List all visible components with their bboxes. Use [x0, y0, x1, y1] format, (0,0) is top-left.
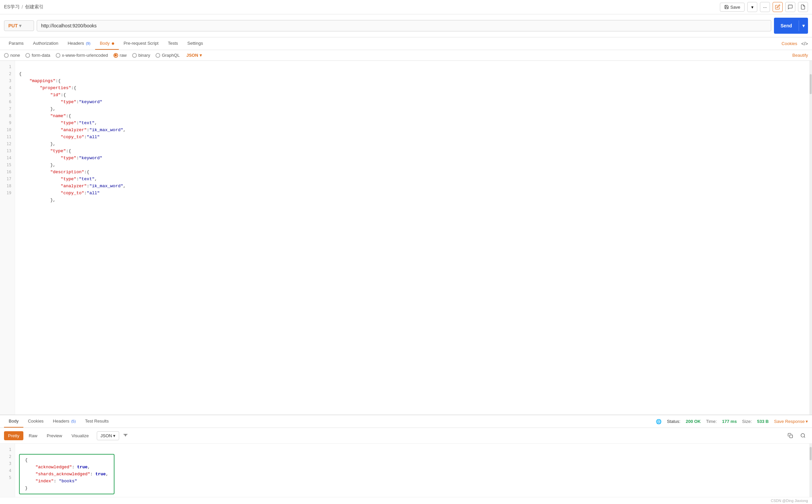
radio-binary [132, 53, 137, 58]
tab-prerequest[interactable]: Pre-request Script [119, 37, 163, 50]
breadcrumb-sep: / [22, 4, 23, 10]
response-scrollbar-thumb[interactable] [810, 447, 812, 460]
credit-text: CSDN @Ding Jiaxiong [771, 499, 808, 503]
json-chevron-icon: ▾ [200, 53, 202, 58]
time-label: Time: [706, 419, 717, 424]
comment-button[interactable] [785, 2, 795, 12]
response-actions [785, 431, 808, 441]
resp-tab-pretty[interactable]: Pretty [4, 431, 23, 440]
tab-authorization[interactable]: Authorization [28, 37, 63, 50]
globe-icon: 🌐 [656, 419, 661, 424]
search-button[interactable] [798, 431, 808, 441]
response-tab-cookies[interactable]: Cookies [23, 415, 48, 428]
copy-button[interactable] [785, 431, 795, 441]
filter-icon-button[interactable] [120, 431, 130, 441]
response-status-bar: 🌐 Status: 200 OK Time: 177 ms Size: 533 … [656, 419, 808, 424]
tab-body[interactable]: Body [95, 37, 119, 50]
document-button[interactable] [798, 2, 808, 12]
tabs-right: Cookies </> [782, 41, 808, 46]
tab-params[interactable]: Params [4, 37, 28, 50]
comment-icon [788, 4, 793, 10]
code-icon[interactable]: </> [801, 41, 808, 46]
request-editor: 1 2 3 4 5 6 7 8 9 10 11 12 13 14 15 16 1… [0, 61, 812, 415]
option-urlencoded[interactable]: x-www-form-urlencoded [56, 53, 108, 58]
response-json-chevron: ▾ [113, 433, 115, 438]
breadcrumb-root: ES学习 [4, 4, 20, 10]
save-response-label: Save Response [774, 419, 805, 424]
more-button[interactable]: ··· [760, 2, 770, 12]
request-code-editor[interactable]: { "mappings":{ "properties":{ "id":{ "ty… [15, 61, 809, 415]
resp-tab-visualize[interactable]: Visualize [67, 431, 93, 440]
beautify-button[interactable]: Beautify [792, 53, 808, 58]
send-button[interactable]: Send ▾ [774, 18, 808, 34]
save-response-chevron: ▾ [806, 419, 808, 424]
save-response-button[interactable]: Save Response ▾ [774, 419, 808, 424]
time-value: 177 ms [722, 419, 737, 424]
response-tab-headers[interactable]: Headers (5) [48, 415, 80, 428]
chevron-down-button[interactable]: ▾ [747, 2, 757, 12]
radio-form-data [25, 53, 30, 58]
method-selector[interactable]: PUT ▾ [4, 20, 34, 31]
edit-button[interactable] [773, 2, 783, 12]
radio-raw [113, 53, 118, 58]
response-body-options: Pretty Raw Preview Visualize JSON ▾ [0, 428, 812, 444]
response-json-label: JSON [100, 433, 112, 438]
send-arrow-icon[interactable]: ▾ [799, 20, 808, 31]
response-tabs: Body Cookies Headers (5) Test Results 🌐 … [0, 415, 812, 428]
resp-tab-raw[interactable]: Raw [25, 431, 41, 440]
option-binary[interactable]: binary [132, 53, 150, 58]
body-dot [112, 42, 114, 45]
chevron-icon: ▾ [751, 5, 754, 10]
top-bar: ES学习 / 创建索引 Save ▾ ··· [0, 0, 812, 14]
body-options: none form-data x-www-form-urlencoded raw… [0, 50, 812, 61]
response-headers-badge: (5) [71, 419, 75, 423]
svg-point-5 [801, 434, 805, 437]
url-bar: PUT ▾ Send ▾ [0, 14, 812, 37]
response-tab-test-results[interactable]: Test Results [80, 415, 113, 428]
url-input[interactable] [37, 20, 771, 31]
bottom-credit: CSDN @Ding Jiaxiong [0, 497, 812, 504]
response-code-content: { "acknowledged": true, "shards_acknowle… [15, 444, 809, 497]
radio-none [4, 53, 9, 58]
radio-urlencoded [56, 53, 60, 58]
tab-settings[interactable]: Settings [183, 37, 208, 50]
search-icon [800, 433, 806, 438]
response-tab-body[interactable]: Body [4, 415, 23, 428]
editor-scrollbar-thumb[interactable] [810, 74, 812, 94]
json-label: JSON [186, 53, 198, 58]
headers-badge: (9) [86, 41, 90, 45]
size-value: 533 B [757, 419, 769, 424]
option-none[interactable]: none [4, 53, 20, 58]
method-chevron: ▾ [19, 23, 21, 28]
svg-line-6 [804, 437, 805, 438]
status-value: 200 OK [686, 419, 701, 424]
tab-headers[interactable]: Headers (9) [63, 37, 95, 50]
option-form-data[interactable]: form-data [25, 53, 50, 58]
method-label: PUT [8, 23, 18, 28]
response-editor: 1 2 3 4 5 { "acknowledged": true, "shard… [0, 444, 812, 497]
save-button[interactable]: Save [720, 3, 745, 12]
response-json-selector[interactable]: JSON ▾ [97, 431, 119, 440]
editor-scrollbar[interactable] [809, 61, 812, 415]
save-label: Save [730, 5, 740, 10]
breadcrumb-current: 创建索引 [25, 4, 44, 10]
svg-rect-4 [790, 435, 793, 438]
option-raw[interactable]: raw [113, 53, 127, 58]
copy-icon [788, 433, 793, 438]
response-scrollbar[interactable] [809, 444, 812, 497]
tab-tests[interactable]: Tests [163, 37, 183, 50]
send-label: Send [774, 20, 799, 31]
response-line-numbers: 1 2 3 4 5 [0, 444, 15, 497]
document-icon [800, 4, 806, 10]
option-graphql[interactable]: GraphQL [156, 53, 180, 58]
more-icon: ··· [763, 5, 767, 10]
resp-tab-preview[interactable]: Preview [43, 431, 66, 440]
cookies-link[interactable]: Cookies [782, 41, 797, 46]
save-icon [724, 5, 729, 9]
breadcrumb: ES学习 / 创建索引 [4, 4, 717, 10]
size-label: Size: [742, 419, 752, 424]
json-format-selector[interactable]: JSON ▾ [186, 53, 202, 58]
line-numbers: 1 2 3 4 5 6 7 8 9 10 11 12 13 14 15 16 1… [0, 61, 15, 415]
filter-icon [123, 433, 128, 438]
top-bar-actions: Save ▾ ··· [720, 2, 808, 12]
